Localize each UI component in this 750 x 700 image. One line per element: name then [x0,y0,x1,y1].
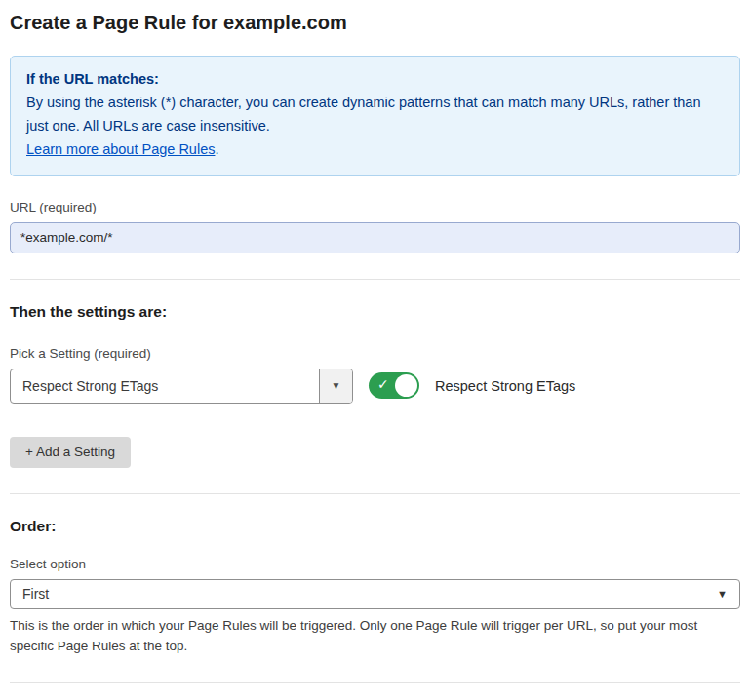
url-input[interactable] [10,222,740,253]
order-select-value: First [22,586,49,602]
divider [10,682,740,683]
setting-dropdown[interactable]: Respect Strong ETags ▼ [10,369,353,404]
settings-heading: Then the settings are: [10,303,740,321]
dropdown-arrow-icon[interactable]: ▼ [319,369,352,403]
toggle-check-icon: ✓ [377,376,389,392]
toggle-knob [395,374,417,397]
setting-row: Respect Strong ETags ▼ ✓ Respect Strong … [10,369,740,404]
url-field-label: URL (required) [10,200,740,214]
etags-toggle[interactable]: ✓ [369,372,419,399]
order-select-label: Select option [10,557,740,571]
chevron-down-icon: ▼ [717,588,728,600]
url-match-info-box: If the URL matches: By using the asteris… [10,56,740,176]
order-help-text: This is the order in which your Page Rul… [10,615,736,657]
divider [10,493,740,494]
info-box-heading: If the URL matches: [26,68,724,92]
setting-dropdown-value: Respect Strong ETags [11,369,319,403]
learn-more-link[interactable]: Learn more about Page Rules [26,141,215,157]
pick-setting-label: Pick a Setting (required) [10,346,740,361]
page-rule-form: Create a Page Rule for example.com If th… [0,0,750,700]
toggle-label: Respect Strong ETags [435,378,575,394]
order-heading: Order: [10,518,740,535]
add-setting-button[interactable]: + Add a Setting [10,437,131,468]
order-select[interactable]: First ▼ [10,579,740,609]
page-title: Create a Page Rule for example.com [10,12,740,34]
link-period: . [215,141,218,157]
divider [10,279,740,280]
info-box-body: By using the asterisk (*) character, you… [26,95,701,134]
